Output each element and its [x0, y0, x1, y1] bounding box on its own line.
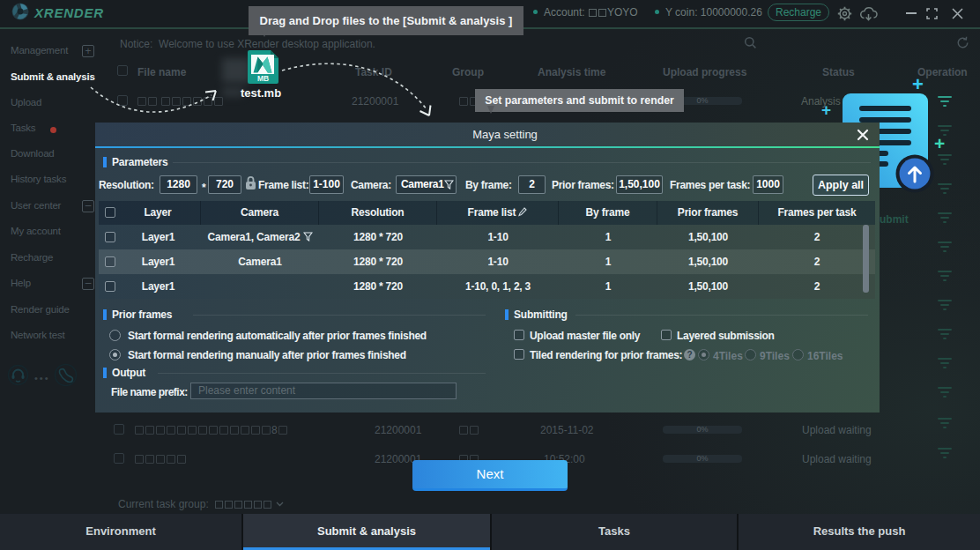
- svg-text:MB: MB: [257, 74, 269, 83]
